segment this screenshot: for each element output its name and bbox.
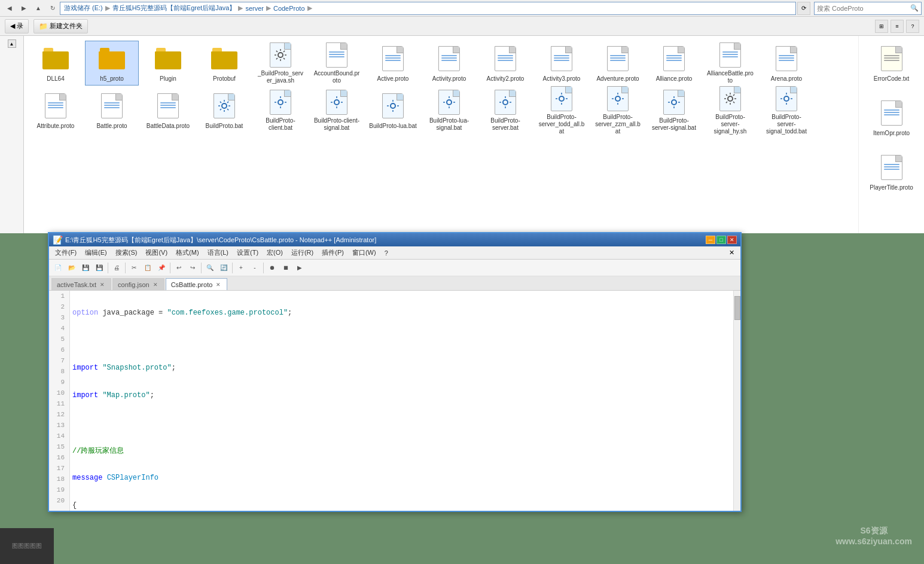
folder-icon-protobuf — [210, 44, 239, 73]
tab-config-close[interactable]: ✕ — [152, 281, 159, 288]
file-item-protobuf[interactable]: Protobuf — [197, 41, 251, 86]
help-btn[interactable]: ? — [906, 20, 919, 33]
code-area[interactable]: option java_package = "com.feefoxes.game… — [70, 291, 733, 511]
file-item-active[interactable]: Active.proto — [366, 41, 420, 86]
back-btn[interactable]: ◀ — [2, 2, 17, 15]
open-file-btn[interactable]: 📂 — [65, 261, 78, 275]
file-item-battledata[interactable]: BattleData.proto — [141, 88, 195, 133]
paste-btn[interactable]: 📌 — [155, 261, 168, 275]
menu-search[interactable]: 搜索(S) — [112, 247, 141, 258]
vertical-scrollbar[interactable] — [733, 291, 740, 511]
file-item-battle[interactable]: Battle.proto — [85, 88, 139, 133]
left-nav-panel: ▲ — [0, 36, 24, 233]
file-item-activity3[interactable]: Activity3.proto — [535, 41, 588, 86]
file-item-buildproto-client-signal[interactable]: BuildProto-client-signal.bat — [310, 88, 364, 133]
menu-edit[interactable]: 编辑(E) — [81, 247, 111, 258]
file-item-buildproto-server-signal-todd[interactable]: BuildProto-server-signal_todd.bat — [760, 88, 813, 133]
cut-btn[interactable]: ✂ — [127, 261, 141, 275]
menu-run[interactable]: 运行(R) — [288, 247, 317, 258]
file-item-buildproto-server-todd[interactable]: BuildProto-server_todd_all.bat — [535, 88, 588, 133]
file-item-buildproto-server-signal-hy[interactable]: BuildProto-server-signal_hy.sh — [703, 88, 757, 133]
menu-plugins[interactable]: 插件(P) — [318, 247, 347, 258]
zoom-in-btn[interactable]: + — [234, 261, 248, 275]
menu-help[interactable]: ? — [381, 248, 392, 258]
undo-btn[interactable]: ↩ — [172, 261, 185, 275]
file-item-activity2[interactable]: Activity2.proto — [478, 41, 532, 86]
proto-icon-accountbound — [322, 42, 351, 68]
file-item-plugin[interactable]: Plugin — [141, 41, 195, 86]
address-bar[interactable]: 游戏储存 (E:) ▶ 青丘狐H5完整源码【前端Egret后端Java】 ▶ s… — [60, 2, 796, 15]
file-item-activity[interactable]: Activity.proto — [422, 41, 476, 86]
back-toolbar-btn[interactable]: ◀ 录 — [5, 19, 29, 33]
forward-btn[interactable]: ▶ — [17, 2, 31, 15]
crumb-codeproto[interactable]: CodeProto — [273, 5, 305, 12]
tab-activetask-close[interactable]: ✕ — [99, 281, 106, 288]
file-view: ▲ DLL64 h5_pr — [0, 36, 924, 233]
tab-csbattle[interactable]: CsBattle.proto ✕ — [166, 278, 228, 290]
file-item-accountbound[interactable]: AccountBound.proto — [310, 41, 364, 86]
code-line-2 — [72, 335, 731, 346]
maximize-btn[interactable]: □ — [716, 236, 726, 244]
view-tiles-btn[interactable]: ⊞ — [875, 20, 888, 33]
scrollbar-up-area[interactable] — [734, 291, 740, 295]
file-item-buildproto-client[interactable]: BuildProto-client.bat — [254, 88, 307, 133]
scrollbar-thumb[interactable] — [734, 296, 740, 320]
file-item-attribute[interactable]: Attribute.proto — [29, 88, 83, 133]
up-btn[interactable]: ▲ — [31, 2, 45, 15]
crumb-server[interactable]: server — [245, 5, 264, 12]
tab-config[interactable]: config.json ✕ — [112, 278, 164, 290]
file-item-alliance[interactable]: Alliance.proto — [647, 41, 701, 86]
file-item-playertitle[interactable]: PlayerTitle.proto — [865, 150, 919, 194]
macro-stop-btn[interactable]: ⏹ — [279, 261, 292, 275]
file-item-arena[interactable]: Arena.proto — [760, 41, 813, 86]
menu-format[interactable]: 格式(M) — [172, 247, 203, 258]
file-item-buildproto-server[interactable]: BuildProto-server.bat — [478, 88, 532, 133]
menu-window[interactable]: 窗口(W) — [349, 247, 380, 258]
file-item-buildproto-server-zzm[interactable]: BuildProto-server_zzm_all.bat — [591, 88, 645, 133]
macro-play-btn[interactable]: ▶ — [293, 261, 306, 275]
print-btn[interactable]: 🖨 — [110, 261, 123, 275]
close-panel-btn[interactable]: ✕ — [725, 248, 738, 258]
file-item-itemopr[interactable]: ItemOpr.proto — [865, 95, 919, 140]
file-item-h5proto[interactable]: h5_proto — [85, 41, 139, 86]
save-all-btn[interactable]: 💾 — [93, 261, 106, 275]
menu-view[interactable]: 视图(V) — [142, 247, 171, 258]
file-item-buildproto-sh[interactable]: _BuildProto_server_java.sh — [254, 41, 307, 86]
find-btn[interactable]: 🔍 — [203, 261, 216, 275]
close-btn[interactable]: ✕ — [727, 236, 737, 244]
file-item-buildproto-bat[interactable]: BuildProto.bat — [197, 88, 251, 133]
file-item-dll64[interactable]: DLL64 — [29, 41, 83, 86]
file-item-buildproto-server-signal[interactable]: BuildProto-server-signal.bat — [647, 88, 701, 133]
sep6 — [263, 263, 264, 273]
refresh-address-btn[interactable]: ⟳ — [797, 2, 810, 15]
tab-activetask[interactable]: activeTask.txt ✕ — [51, 278, 111, 290]
menu-file[interactable]: 文件(F) — [51, 247, 80, 258]
file-item-alliancebattle[interactable]: AllianceBattle.proto — [703, 41, 757, 86]
search-input[interactable] — [817, 5, 910, 12]
new-folder-btn[interactable]: 📁 新建文件夹 — [33, 19, 88, 33]
redo-btn[interactable]: ↪ — [186, 261, 199, 275]
menu-macro[interactable]: 宏(O) — [263, 247, 286, 258]
zoom-out-btn[interactable]: - — [248, 261, 261, 275]
tab-csbattle-close[interactable]: ✕ — [215, 281, 222, 288]
crumb-drive[interactable]: 游戏储存 (E:) — [64, 4, 103, 13]
view-details-btn[interactable]: ≡ — [891, 20, 904, 33]
file-item-buildproto-lua[interactable]: BuildProto-lua.bat — [366, 88, 420, 133]
refresh-btn[interactable]: ↻ — [45, 2, 60, 15]
macro-rec-btn[interactable]: ⏺ — [266, 261, 279, 275]
menu-settings[interactable]: 设置(T) — [233, 247, 262, 258]
file-item-adventure[interactable]: Adventure.proto — [591, 41, 645, 86]
code-line-6: //跨服玩家信息 — [72, 445, 731, 456]
save-file-btn[interactable]: 💾 — [79, 261, 92, 275]
replace-btn[interactable]: 🔄 — [217, 261, 230, 275]
minimize-btn[interactable]: ─ — [706, 236, 715, 244]
new-file-btn[interactable]: 📄 — [51, 261, 65, 275]
file-item-buildproto-lua-signal[interactable]: BuildProto-lua-signal.bat — [422, 88, 476, 133]
scroll-up-arrow[interactable]: ▲ — [8, 39, 16, 48]
file-item-errorcode[interactable]: ErrorCode.txt — [865, 41, 919, 86]
svg-point-9 — [672, 100, 676, 105]
crumb-root[interactable]: 青丘狐H5完整源码【前端Egret后端Java】 — [112, 4, 236, 13]
copy-btn[interactable]: 📋 — [141, 261, 154, 275]
npp-editor[interactable]: 1 2 3 4 5 6 7 8 9 10 11 12 13 14 15 16 1… — [49, 291, 740, 511]
menu-language[interactable]: 语言(L) — [204, 247, 232, 258]
